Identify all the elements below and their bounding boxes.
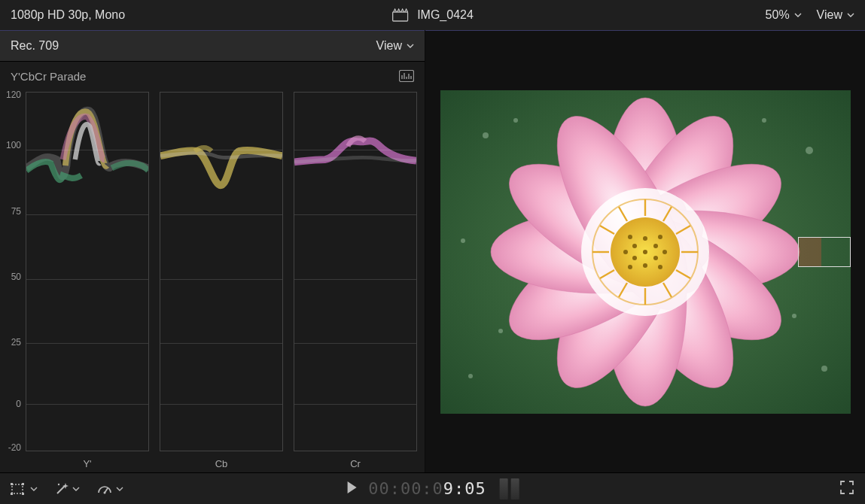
channel-label-cr: Cr — [294, 458, 417, 469]
waveform-cb — [160, 93, 282, 214]
video-scopes-panel: Rec. 709 View Y'CbCr Parade 120 100 7 — [0, 30, 425, 472]
enhance-tool-dropdown[interactable] — [54, 481, 80, 496]
svg-rect-55 — [11, 493, 13, 495]
svg-point-4 — [513, 118, 518, 123]
scope-y-axis: 120 100 75 50 25 0 -20 — [0, 87, 24, 451]
scopes-view-label: View — [376, 39, 402, 53]
chevron-down-icon — [116, 487, 123, 491]
scopes-body: 120 100 75 50 25 0 -20 — [0, 87, 425, 472]
svg-point-47 — [623, 250, 628, 254]
channel-label-row: Y' Cb Cr — [26, 458, 417, 469]
svg-point-45 — [643, 236, 647, 241]
svg-point-59 — [104, 491, 106, 493]
svg-rect-52 — [12, 484, 23, 493]
view-label: View — [817, 8, 842, 22]
timecode-bright: 9:05 — [443, 479, 486, 498]
svg-point-57 — [58, 483, 59, 484]
scopes-view-dropdown[interactable]: View — [376, 39, 414, 53]
svg-point-42 — [653, 244, 658, 248]
y-tick: 75 — [11, 206, 21, 217]
transport-controls: 00:00:09:05 — [346, 478, 519, 499]
selection-marker[interactable] — [798, 237, 851, 267]
zoom-value: 50% — [766, 8, 790, 22]
bottom-toolbar: 00:00:09:05 — [0, 472, 865, 504]
svg-point-49 — [628, 265, 632, 269]
svg-point-9 — [498, 329, 503, 333]
timecode-display[interactable]: 00:00:09:05 — [368, 479, 486, 498]
chevron-down-icon — [847, 13, 854, 17]
retime-tool-dropdown[interactable] — [96, 482, 123, 496]
svg-point-40 — [653, 256, 658, 260]
svg-point-46 — [662, 250, 667, 254]
svg-point-5 — [806, 147, 813, 154]
play-button[interactable] — [346, 481, 358, 496]
fullscreen-button[interactable] — [839, 480, 854, 497]
svg-point-44 — [643, 263, 647, 268]
svg-rect-54 — [22, 483, 24, 485]
svg-point-43 — [632, 244, 637, 248]
svg-point-48 — [658, 265, 662, 269]
scope-mode-label: Y'CbCr Parade — [11, 70, 86, 83]
svg-point-51 — [628, 235, 632, 239]
svg-rect-0 — [392, 12, 407, 21]
svg-point-7 — [468, 374, 473, 378]
viewer-top-bar: 1080p HD 30p, Mono IMG_0424 50% View — [0, 0, 865, 30]
viewer-panel[interactable] — [425, 30, 865, 472]
viewer-view-dropdown[interactable]: View — [817, 8, 854, 22]
y-tick: 50 — [11, 272, 21, 282]
scopes-header: Rec. 709 View — [0, 30, 425, 62]
svg-point-11 — [461, 238, 465, 243]
y-tick: 0 — [16, 399, 21, 409]
main-area: Rec. 709 View Y'CbCr Parade 120 100 7 — [0, 30, 865, 472]
parade-cell-y[interactable] — [26, 92, 149, 451]
clip-icon — [391, 8, 408, 22]
svg-point-6 — [821, 366, 827, 372]
svg-rect-56 — [22, 493, 24, 495]
chevron-down-icon — [30, 487, 38, 491]
chevron-down-icon — [72, 487, 80, 491]
transform-tool-dropdown[interactable] — [11, 482, 38, 496]
zoom-dropdown[interactable]: 50% — [766, 8, 802, 22]
clip-name: IMG_0424 — [417, 8, 474, 22]
svg-point-50 — [658, 235, 662, 239]
clip-title-group: IMG_0424 — [391, 8, 474, 22]
chevron-down-icon — [407, 44, 414, 48]
channel-label-cb: Cb — [160, 458, 283, 469]
parade-cell-cr[interactable] — [294, 92, 417, 451]
format-label: 1080p HD 30p, Mono — [11, 8, 125, 22]
y-tick: 25 — [11, 337, 21, 348]
svg-point-41 — [632, 256, 637, 260]
svg-point-39 — [643, 250, 647, 254]
svg-point-10 — [762, 118, 766, 123]
color-space-label: Rec. 709 — [11, 39, 59, 53]
audio-meter[interactable] — [500, 478, 519, 499]
y-tick: -20 — [8, 442, 21, 453]
waveform-y — [26, 93, 148, 214]
parade-cell-cb[interactable] — [160, 92, 283, 451]
parade-row — [26, 92, 417, 451]
scope-settings-icon[interactable] — [399, 70, 414, 82]
preview-image — [440, 90, 851, 414]
svg-rect-53 — [11, 483, 13, 485]
chevron-down-icon — [794, 13, 802, 17]
y-tick: 100 — [6, 140, 21, 150]
y-tick: 120 — [6, 90, 21, 100]
channel-label-y: Y' — [26, 458, 149, 469]
scopes-subheader: Y'CbCr Parade — [0, 62, 425, 87]
timecode-dim: 00:00:0 — [368, 479, 443, 498]
svg-point-8 — [792, 314, 796, 318]
waveform-cr — [294, 93, 416, 214]
svg-point-3 — [483, 132, 489, 138]
